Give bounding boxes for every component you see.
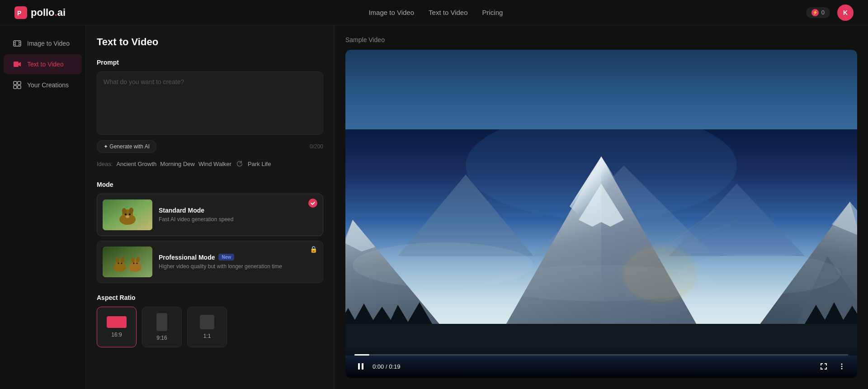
film-icon bbox=[13, 39, 22, 48]
generate-ai-button[interactable]: ✦ Generate with AI bbox=[97, 140, 156, 153]
video-container: 0:00 / 0:19 bbox=[345, 50, 857, 378]
svg-rect-11 bbox=[18, 81, 21, 85]
svg-rect-2 bbox=[14, 41, 21, 46]
svg-point-19 bbox=[125, 213, 127, 215]
idea-chip-park-life[interactable]: Park Life bbox=[248, 161, 271, 167]
aspect-card-9-16[interactable]: 9:16 bbox=[142, 307, 182, 347]
prompt-section-label: Prompt bbox=[97, 59, 323, 66]
fullscreen-button[interactable] bbox=[817, 360, 830, 373]
prompt-footer: ✦ Generate with AI 0/200 bbox=[97, 140, 323, 153]
lock-icon: 🔒 bbox=[310, 246, 317, 253]
mode-card-standard[interactable]: Standard Mode Fast AI video generation s… bbox=[97, 194, 323, 236]
ideas-row: Ideas: Ancient Growth Morning Dew Wind W… bbox=[97, 159, 323, 168]
grid-icon bbox=[13, 81, 22, 90]
aspect-ratio-section: Aspect Ratio 16:9 9:16 1:1 bbox=[97, 294, 323, 347]
app-header: P pollo.ai Image to Video Text to Video … bbox=[0, 0, 868, 25]
header-nav: Image to Video Text to Video Pricing bbox=[368, 9, 503, 16]
mode-desc-standard: Fast AI video generation speed bbox=[159, 216, 317, 223]
svg-rect-13 bbox=[18, 85, 21, 89]
idea-chip-ancient-growth[interactable]: Ancient Growth bbox=[116, 161, 156, 167]
mode-info-professional: Professional Mode New Higher video quali… bbox=[159, 254, 317, 270]
mode-thumb-standard bbox=[103, 199, 152, 230]
svg-point-71 bbox=[841, 366, 843, 367]
avatar[interactable]: K bbox=[837, 5, 854, 21]
svg-rect-69 bbox=[362, 363, 363, 370]
sidebar: Image to Video Text to Video Your Cr bbox=[0, 25, 86, 389]
svg-rect-12 bbox=[14, 85, 17, 89]
more-options-button[interactable] bbox=[835, 360, 848, 373]
mode-info-standard: Standard Mode Fast AI video generation s… bbox=[159, 207, 317, 223]
aspect-label-9-16: 9:16 bbox=[156, 335, 167, 341]
nav-text-to-video[interactable]: Text to Video bbox=[429, 9, 467, 16]
idea-chip-morning-dew[interactable]: Morning Dew bbox=[160, 161, 195, 167]
svg-point-21 bbox=[126, 215, 129, 218]
progress-bar[interactable] bbox=[354, 354, 848, 356]
svg-point-27 bbox=[118, 263, 119, 264]
aspect-section-label: Aspect Ratio bbox=[97, 294, 323, 301]
panel-title: Text to Video bbox=[97, 36, 323, 48]
credits-icon: ⚡ bbox=[811, 9, 819, 16]
mode-thumb-professional bbox=[103, 247, 152, 277]
controls-left: 0:00 / 0:19 bbox=[354, 360, 400, 373]
logo-text: pollo.ai bbox=[31, 7, 66, 19]
mode-selected-checkmark bbox=[308, 199, 317, 208]
char-count: 0/200 bbox=[310, 143, 323, 150]
mode-card-professional[interactable]: Professional Mode New Higher video quali… bbox=[97, 241, 323, 283]
aspect-grid: 16:9 9:16 1:1 bbox=[97, 307, 323, 347]
new-badge: New bbox=[218, 254, 234, 261]
aspect-shape-16-9 bbox=[107, 316, 127, 328]
video-section-label: Sample Video bbox=[345, 36, 857, 43]
time-display: 0:00 / 0:19 bbox=[373, 363, 400, 370]
header-right: ⚡ 0 K bbox=[806, 5, 854, 21]
svg-rect-68 bbox=[358, 363, 360, 370]
video-controls: 0:00 / 0:19 bbox=[345, 347, 857, 378]
pause-button[interactable] bbox=[354, 360, 367, 373]
aspect-shape-1-1 bbox=[200, 315, 214, 329]
svg-point-34 bbox=[137, 263, 138, 264]
controls-row: 0:00 / 0:19 bbox=[354, 360, 848, 373]
ideas-label: Ideas: bbox=[97, 161, 113, 167]
aspect-card-1-1[interactable]: 1:1 bbox=[187, 307, 227, 347]
svg-text:P: P bbox=[17, 9, 21, 17]
svg-point-20 bbox=[129, 213, 131, 215]
logo[interactable]: P pollo.ai bbox=[14, 6, 66, 19]
mode-name-professional: Professional Mode New bbox=[159, 254, 317, 261]
mode-thumb-image-standard bbox=[103, 199, 152, 230]
aspect-shape-9-16 bbox=[156, 313, 167, 331]
svg-point-70 bbox=[841, 364, 843, 365]
aspect-label-16-9: 16:9 bbox=[111, 332, 122, 338]
mode-name-standard: Standard Mode bbox=[159, 207, 317, 214]
progress-bar-fill bbox=[354, 354, 369, 356]
svg-rect-10 bbox=[14, 81, 17, 85]
credits-value: 0 bbox=[821, 9, 825, 16]
refresh-ideas-button[interactable] bbox=[235, 159, 244, 168]
mode-thumb-image-professional bbox=[103, 247, 152, 277]
nav-pricing[interactable]: Pricing bbox=[482, 9, 503, 16]
credits-badge: ⚡ 0 bbox=[806, 7, 830, 18]
aspect-label-1-1: 1:1 bbox=[203, 333, 211, 339]
sidebar-item-your-creations[interactable]: Your Creations bbox=[4, 75, 82, 95]
svg-point-28 bbox=[121, 263, 123, 264]
main-layout: Image to Video Text to Video Your Cr bbox=[0, 25, 868, 389]
prompt-input[interactable] bbox=[97, 71, 323, 135]
video-panel: Sample Video bbox=[335, 25, 868, 389]
sidebar-label-your-creations: Your Creations bbox=[27, 81, 69, 89]
sidebar-label-image-to-video: Image to Video bbox=[27, 40, 70, 47]
mountain-illustration bbox=[345, 129, 857, 356]
svg-rect-9 bbox=[14, 62, 19, 67]
sidebar-item-image-to-video[interactable]: Image to Video bbox=[4, 33, 82, 53]
mode-section-label: Mode bbox=[97, 181, 323, 188]
svg-point-65 bbox=[488, 265, 714, 301]
aspect-card-16-9[interactable]: 16:9 bbox=[97, 307, 137, 347]
video-icon bbox=[13, 60, 22, 69]
mode-desc-professional: Higher video quality but with longer gen… bbox=[159, 263, 317, 270]
nav-image-to-video[interactable]: Image to Video bbox=[368, 9, 414, 16]
idea-chip-wind-walker[interactable]: Wind Walker bbox=[198, 161, 231, 167]
svg-rect-22 bbox=[103, 247, 152, 277]
sidebar-label-text-to-video: Text to Video bbox=[27, 61, 64, 68]
logo-icon: P bbox=[14, 6, 27, 19]
sidebar-item-text-to-video[interactable]: Text to Video bbox=[4, 54, 82, 74]
controls-right bbox=[817, 360, 848, 373]
svg-point-33 bbox=[133, 263, 135, 264]
svg-point-72 bbox=[841, 368, 843, 370]
